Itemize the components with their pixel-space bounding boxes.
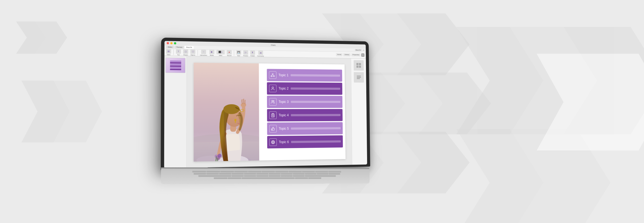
topic-list: Topic 1 Topic 2 — [267, 69, 343, 148]
slides-icon[interactable]: ▤ — [166, 49, 171, 54]
slides-label: Slides — [167, 54, 170, 55]
thumbnail-panel-icon[interactable] — [353, 60, 364, 71]
divider-1 — [173, 50, 174, 55]
svg-rect-66 — [357, 78, 360, 79]
interactions-icon[interactable]: ↔ — [201, 50, 206, 54]
topic-item-6[interactable]: Topic 6 — [267, 135, 343, 148]
svg-line-44 — [273, 74, 274, 75]
toolbar-publish-group: ⬆ Publish — [250, 51, 255, 57]
svg-rect-22 — [362, 55, 364, 55]
save-icon[interactable]: 💾 — [236, 50, 241, 55]
tab-themes[interactable]: Themes — [175, 46, 184, 49]
record-label: Record — [227, 55, 231, 56]
interactive-video-label: Video — [219, 55, 222, 56]
slide-thumbnail-1[interactable] — [166, 58, 185, 73]
topic-6-label: Topic 6 — [279, 140, 289, 144]
svg-point-48 — [273, 100, 274, 102]
objects-label: Objects — [191, 54, 195, 56]
keyboard-keys — [169, 171, 362, 179]
maximize-button[interactable] — [174, 42, 176, 44]
library-panel-icon[interactable] — [354, 72, 364, 82]
right-panel — [351, 59, 367, 165]
media-label: Media — [210, 54, 214, 56]
woman-photo-svg — [194, 63, 259, 161]
properties-button[interactable]: Properties — [351, 53, 361, 57]
home-button[interactable]: Home — [336, 53, 343, 56]
toolbar-objects-group: ⬡ Objects — [190, 49, 195, 56]
media-icon[interactable]: ▶ — [209, 50, 214, 54]
page-container: Clues Slides Themes Print Fit Best Fit +… — [0, 0, 644, 223]
topic-1-label: Topic 1 — [279, 73, 288, 77]
community-icon[interactable]: ☁ — [258, 51, 263, 55]
network-icon — [269, 71, 276, 79]
svg-line-43 — [271, 74, 273, 75]
svg-rect-21 — [362, 54, 364, 55]
toolbar-interactive-video-group: ⬛▷ Video — [217, 50, 225, 56]
toolbar-community-group: ☁ Community — [257, 51, 264, 57]
interactive-video-icon[interactable]: ⬛▷ — [217, 50, 225, 55]
topic-item-3[interactable]: Topic 3 — [267, 96, 342, 108]
svg-point-46 — [272, 87, 274, 88]
laptop: Clues Slides Themes Print Fit Best Fit +… — [163, 39, 374, 184]
tab-print-fit[interactable]: Print Fit — [185, 46, 194, 49]
text-label: Text — [177, 54, 180, 56]
svg-point-36 — [223, 104, 240, 114]
laptop-base — [161, 167, 370, 184]
toolbar-preview-group: ▷ Preview — [243, 50, 248, 56]
svg-rect-62 — [356, 66, 358, 68]
zoom-fit[interactable]: Best Fit — [355, 49, 362, 51]
tab-slides[interactable]: Slides — [166, 46, 174, 49]
topic-item-4[interactable]: Topic 4 — [267, 109, 343, 121]
preview-icon[interactable]: ▷ — [243, 50, 248, 55]
topic-item-5[interactable]: Topic 5 — [267, 122, 343, 135]
interactions-label: Interactions — [200, 54, 207, 56]
publish-label: Publish — [250, 55, 255, 57]
topic-item-1[interactable]: Topic 1 — [267, 69, 342, 82]
preview-label: Preview — [243, 55, 248, 56]
main-slide-area: Topic 1 Topic 2 — [187, 56, 352, 168]
globe-icon — [269, 138, 277, 146]
slide-thumb-content-1 — [166, 58, 185, 73]
person-icon — [269, 85, 277, 92]
svg-rect-54 — [271, 129, 272, 130]
divider-2 — [197, 50, 198, 55]
record-icon[interactable]: ● — [227, 50, 232, 54]
zoom-level: +1 — [363, 49, 364, 51]
svg-rect-63 — [359, 66, 361, 68]
minimize-button[interactable] — [170, 42, 173, 44]
toolbar-media-group: ▶ Media — [209, 50, 214, 56]
toolbar-record-group: ● Record — [227, 50, 232, 56]
svg-rect-60 — [356, 63, 358, 65]
shapes-icon[interactable]: ◻ — [183, 49, 188, 54]
topic-5-label: Topic 5 — [279, 127, 289, 130]
topic-1-bar — [291, 74, 340, 77]
svg-point-38 — [234, 119, 236, 121]
app-toolbar: Clues Slides Themes Print Fit Best Fit +… — [164, 41, 366, 59]
toolbar-interactions-group: ↔ Interactions — [200, 50, 207, 56]
slide-canvas: Topic 1 Topic 2 — [194, 63, 346, 161]
library-button[interactable]: Library — [343, 53, 350, 56]
topic-2-bar — [291, 87, 340, 90]
svg-rect-61 — [359, 63, 361, 65]
clipboard-icon — [269, 111, 277, 119]
svg-rect-65 — [357, 77, 361, 78]
toolbar-shapes-group: ◻ Shapes — [183, 49, 188, 56]
divider-3 — [234, 51, 234, 56]
laptop-screen: Clues Slides Themes Print Fit Best Fit +… — [161, 38, 370, 171]
close-button[interactable] — [167, 42, 169, 44]
svg-rect-64 — [357, 76, 361, 76]
laptop-keyboard — [161, 169, 370, 184]
svg-point-47 — [272, 100, 273, 102]
topic-4-bar — [291, 114, 341, 116]
objects-icon[interactable]: ⬡ — [190, 49, 195, 54]
app-content: Topic 1 Topic 2 — [164, 56, 367, 168]
topic-2-label: Topic 2 — [279, 87, 288, 90]
thumbsup-icon — [269, 125, 277, 132]
publish-icon[interactable]: ⬆ — [250, 51, 255, 55]
menu-icon[interactable] — [361, 53, 364, 57]
topic-item-2[interactable]: Topic 2 — [267, 82, 342, 95]
text-icon[interactable]: T — [176, 49, 181, 54]
community-label: Community — [257, 55, 264, 57]
topic-6-bar — [291, 140, 341, 143]
app-window: Clues Slides Themes Print Fit Best Fit +… — [164, 41, 367, 168]
